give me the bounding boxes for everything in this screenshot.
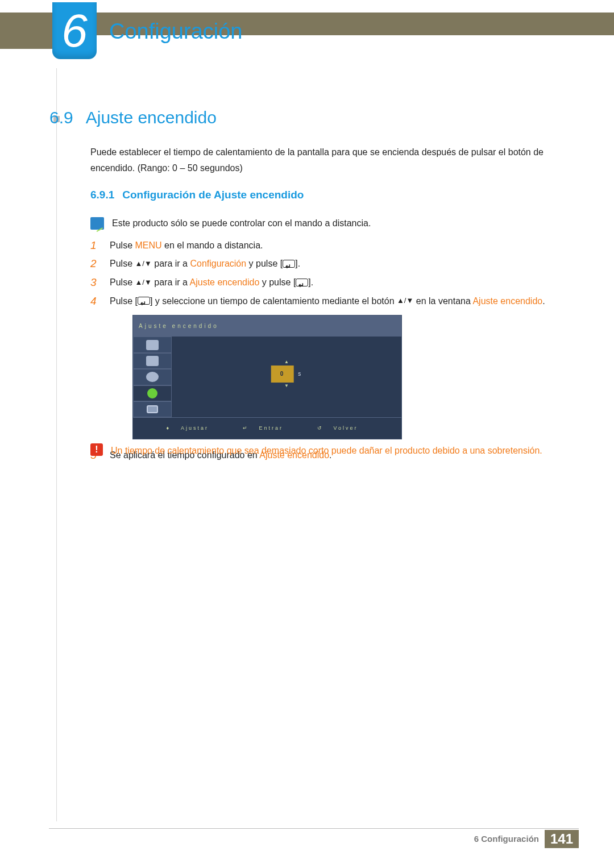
- section-title: Ajuste encendido: [86, 108, 217, 127]
- text: Pulse: [110, 240, 135, 250]
- osd-value-group: ▲ 0 s ▼: [271, 360, 302, 388]
- up-down-icon: ▲/▼: [135, 275, 151, 290]
- osd-field: 0 s: [271, 366, 302, 383]
- text: ].: [308, 277, 313, 287]
- osd-menu: Ajuste encendido ▲ 0: [132, 315, 402, 439]
- osd-tab-sound: [133, 369, 172, 385]
- up-down-icon: ▲/▼: [135, 256, 151, 272]
- text: y pulse [: [259, 277, 296, 287]
- warning-row: ! Un tiempo de calentamiento que sea dem…: [90, 443, 557, 458]
- text: ].: [295, 259, 300, 268]
- step-body: Pulse [] y seleccione un tiempo de calen…: [110, 293, 557, 446]
- step-num: 2: [90, 256, 101, 272]
- step-1: 1 Pulse MENU en el mando a distancia.: [90, 238, 557, 254]
- osd-sidebar: [133, 337, 172, 417]
- text: Pulse: [110, 259, 135, 268]
- steps-list: 1 Pulse MENU en el mando a distancia. 2 …: [90, 238, 557, 466]
- chevron-down-icon: ▼: [271, 384, 302, 388]
- up-down-icon: ▲/▼: [397, 293, 413, 309]
- gear-icon: [147, 388, 157, 398]
- input-icon: [146, 356, 159, 366]
- step-2: 2 Pulse ▲/▼ para ir a Configuración y pu…: [90, 256, 557, 272]
- highlight: Configuración: [190, 259, 246, 268]
- page-number: 141: [545, 830, 579, 848]
- subsection-number: 6.9.1: [90, 189, 114, 201]
- enter-icon: [138, 297, 150, 305]
- osd-unit: s: [298, 366, 302, 382]
- picture-icon: [146, 340, 159, 350]
- text: para ir a: [152, 259, 190, 268]
- text: en la ventana: [413, 296, 472, 306]
- menu-keyword: MENU: [135, 240, 161, 250]
- text: ] y seleccione un tiempo de calentamient…: [150, 296, 397, 306]
- text: Pulse [: [110, 296, 138, 306]
- step-num: 3: [90, 275, 101, 291]
- osd-title: Ajuste encendido: [133, 315, 401, 337]
- intro-paragraph: Puede establecer el tiempo de calentamie…: [90, 144, 551, 176]
- warning-text: Un tiempo de calentamiento que sea demas…: [111, 443, 542, 458]
- label: Volver: [334, 425, 358, 431]
- chapter-title: Configuración: [109, 19, 242, 44]
- osd-value: 0: [271, 366, 294, 383]
- note-row: Este producto sólo se puede controlar co…: [90, 217, 557, 230]
- osd-footer: ♦Ajustar ↵Entrar ↺Volver: [133, 417, 401, 439]
- step-body: Pulse MENU en el mando a distancia.: [110, 238, 557, 254]
- osd-hint-enter: ↵Entrar: [243, 425, 294, 431]
- chapter-number-badge: 6: [52, 2, 97, 59]
- osd-tab-picture: [133, 337, 172, 352]
- section-number: 6.9: [49, 108, 73, 127]
- enter-icon: [296, 279, 308, 286]
- step-body: Pulse ▲/▼ para ir a Ajuste encendido y p…: [110, 275, 557, 291]
- note-text: Este producto sólo se puede controlar co…: [112, 217, 371, 230]
- highlight: Ajuste encendido: [190, 277, 260, 287]
- multi-icon: [147, 405, 158, 413]
- label: Entrar: [259, 425, 284, 431]
- text: y pulse [: [246, 259, 283, 268]
- step-num: 4: [90, 293, 101, 446]
- osd-hint-adjust: ♦Ajustar: [166, 425, 219, 431]
- osd-tab-multi: [133, 401, 172, 417]
- enter-icon: [283, 260, 295, 268]
- highlight: Ajuste encendido: [472, 296, 542, 306]
- warning-icon: !: [90, 443, 103, 456]
- step-3: 3 Pulse ▲/▼ para ir a Ajuste encendido y…: [90, 275, 557, 291]
- step-num: 1: [90, 238, 101, 254]
- step-4: 4 Pulse [] y seleccione un tiempo de cal…: [90, 293, 557, 446]
- osd-tab-input: [133, 353, 172, 369]
- text: en el mando a distancia.: [162, 240, 263, 250]
- note-icon: [90, 217, 104, 230]
- osd-hint-return: ↺Volver: [317, 425, 368, 431]
- step-body: Pulse ▲/▼ para ir a Configuración y puls…: [110, 256, 557, 272]
- sound-icon: [146, 372, 159, 382]
- subsection-title: Configuración de Ajuste encendido: [122, 189, 304, 201]
- osd-main: ▲ 0 s ▼: [172, 337, 401, 417]
- subsection-heading: 6.9.1Configuración de Ajuste encendido: [90, 189, 304, 201]
- text: Pulse: [110, 277, 135, 287]
- chevron-up-icon: ▲: [271, 360, 302, 364]
- page-footer: 6 Configuración 141: [49, 828, 579, 845]
- text: para ir a: [152, 277, 190, 287]
- footer-chapter-label: 6 Configuración: [474, 834, 539, 844]
- osd-body: ▲ 0 s ▼: [133, 337, 401, 417]
- section-heading: 6.9Ajuste encendido: [49, 108, 217, 127]
- label: Ajustar: [181, 425, 209, 431]
- margin-rule: [56, 68, 57, 821]
- text: .: [542, 296, 545, 306]
- osd-tab-setup: [133, 385, 172, 401]
